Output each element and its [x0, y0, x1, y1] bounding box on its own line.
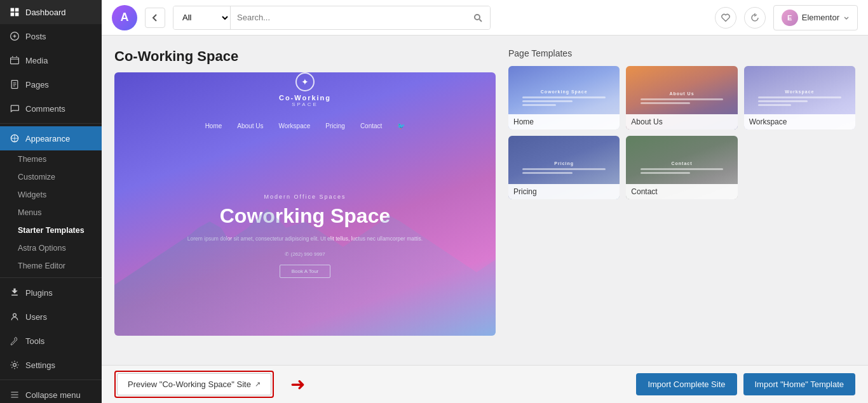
- template-card-contact[interactable]: Contact Contact: [626, 136, 737, 199]
- sidebar-item-theme-editor[interactable]: Theme Editor: [18, 257, 102, 275]
- bottombar: Preview "Co-Working Space" Site ↗ ➜ Impo…: [102, 365, 868, 403]
- sidebar-item-astra-options[interactable]: Astra Options: [18, 239, 102, 257]
- collapse-icon: [9, 389, 20, 400]
- topbar-right: E Elementor: [715, 5, 858, 30]
- appearance-sub-menu: Themes Customize Widgets Menus Starter T…: [0, 150, 102, 275]
- svg-rect-2: [11, 13, 15, 17]
- preview-nav-social: 🐦: [397, 122, 405, 129]
- sidebar-item-comments-label: Comments: [25, 104, 65, 114]
- sidebar-item-collapse[interactable]: Collapse menu: [0, 383, 102, 403]
- bottom-right-buttons: Import Complete Site Import "Home" Templ…: [636, 373, 855, 395]
- sidebar-item-collapse-label: Collapse menu: [25, 390, 81, 400]
- sidebar-item-customize[interactable]: Customize: [18, 168, 102, 186]
- svg-point-15: [13, 314, 17, 317]
- preview-navigation: Home About Us Workspace Pricing Contact …: [114, 111, 496, 136]
- sidebar-item-tools[interactable]: Tools: [0, 329, 102, 353]
- sidebar-item-comments[interactable]: Comments: [0, 96, 102, 121]
- templates-grid: Coworking Space Home: [508, 66, 855, 199]
- sidebar-divider-2: [0, 277, 102, 278]
- comments-icon: [9, 103, 20, 114]
- svg-point-8: [12, 56, 13, 58]
- preview-nav-home: Home: [205, 122, 222, 129]
- search-input[interactable]: [231, 6, 466, 29]
- sidebar-item-pages-label: Pages: [25, 80, 49, 89]
- sidebar-item-plugins-label: Plugins: [25, 288, 53, 298]
- preview-hero-small: Modern Office Spaces: [264, 194, 346, 200]
- elementor-button[interactable]: E Elementor: [773, 5, 858, 30]
- template-card-pricing[interactable]: Pricing Pricing: [508, 136, 620, 199]
- svg-point-16: [13, 364, 17, 367]
- sidebar-item-appearance[interactable]: Appearance: [0, 126, 102, 150]
- preview-nav-pricing: Pricing: [325, 122, 345, 129]
- sidebar-item-starter-templates[interactable]: Starter Templates: [18, 221, 102, 239]
- sidebar-item-dashboard[interactable]: Dashboard: [0, 0, 102, 24]
- content-area: Co-Working Space ✦ Co-Working SPACE Home…: [102, 36, 868, 403]
- preview-site-button[interactable]: Preview "Co-Working Space" Site ↗: [117, 373, 271, 395]
- sidebar-item-appearance-label: Appearance: [25, 134, 70, 143]
- content-inner: Co-Working Space ✦ Co-Working SPACE Home…: [102, 36, 868, 365]
- sidebar-item-plugins[interactable]: Plugins: [0, 281, 102, 305]
- search-button[interactable]: [466, 6, 490, 29]
- back-button[interactable]: [145, 8, 165, 28]
- favorites-button[interactable]: [715, 7, 736, 29]
- users-icon: [9, 311, 20, 322]
- astra-logo: A: [112, 5, 137, 30]
- template-card-about[interactable]: About Us About Us: [626, 66, 737, 129]
- preview-logo-text: Co-Working: [279, 94, 331, 102]
- svg-rect-0: [11, 8, 15, 12]
- pages-icon: [9, 79, 20, 90]
- import-complete-button[interactable]: Import Complete Site: [636, 373, 736, 395]
- preview-nav-contact: Contact: [360, 122, 382, 129]
- category-dropdown[interactable]: All Agency Blog Business eCommerce: [173, 6, 231, 29]
- search-bar: All Agency Blog Business eCommerce: [173, 6, 491, 30]
- tools-icon: [9, 335, 20, 347]
- svg-rect-7: [11, 58, 19, 64]
- svg-point-9: [16, 56, 17, 58]
- import-home-button[interactable]: Import "Home" Template: [743, 373, 856, 395]
- template-card-home-label: Home: [508, 114, 620, 129]
- sidebar-item-themes[interactable]: Themes: [18, 150, 102, 168]
- svg-rect-1: [15, 8, 19, 12]
- sidebar-item-users[interactable]: Users: [0, 305, 102, 329]
- media-icon: [9, 55, 20, 66]
- plugins-icon: [9, 287, 20, 298]
- sidebar-divider-3: [0, 380, 102, 380]
- sidebar-item-posts[interactable]: Posts: [0, 24, 102, 48]
- sidebar-item-dashboard-label: Dashboard: [25, 8, 66, 17]
- template-card-pricing-label: Pricing: [508, 184, 620, 199]
- preview-btn-container: Preview "Co-Working Space" Site ↗: [114, 371, 274, 398]
- sidebar-item-posts-label: Posts: [25, 32, 46, 41]
- sidebar-divider-1: [0, 123, 102, 124]
- page-templates-label: Page Templates: [508, 48, 855, 58]
- left-panel: Co-Working Space ✦ Co-Working SPACE Home…: [114, 48, 496, 352]
- preview-logo-sub: SPACE: [292, 102, 318, 107]
- preview-logo-icon: ✦: [295, 72, 315, 91]
- right-panel: Page Templates Coworking Space: [508, 48, 855, 352]
- template-card-home[interactable]: Coworking Space Home: [508, 66, 620, 129]
- template-card-contact-label: Contact: [626, 184, 737, 199]
- main-area: A All Agency Blog Business eCommerce: [102, 0, 868, 403]
- sidebar: Dashboard Posts Media Pages Comments App…: [0, 0, 102, 403]
- preview-logo: ✦ Co-Working SPACE: [279, 72, 331, 107]
- template-card-workspace[interactable]: Workspace Workspace: [744, 66, 855, 129]
- elementor-avatar: E: [782, 10, 798, 26]
- sidebar-item-pages[interactable]: Pages: [0, 72, 102, 96]
- sidebar-item-menus[interactable]: Menus: [18, 204, 102, 221]
- template-card-about-label: About Us: [626, 114, 737, 129]
- preview-btn-label: Preview "Co-Working Space" Site: [128, 380, 251, 389]
- sidebar-item-users-label: Users: [25, 312, 47, 322]
- preview-nav-workspace: Workspace: [278, 122, 310, 129]
- sidebar-item-settings-label: Settings: [25, 360, 55, 370]
- svg-point-17: [475, 15, 480, 20]
- sidebar-item-widgets[interactable]: Widgets: [18, 186, 102, 204]
- svg-rect-3: [15, 13, 19, 17]
- sidebar-item-media[interactable]: Media: [0, 48, 102, 72]
- arrow-indicator: ➜: [290, 374, 305, 395]
- page-title: Co-Working Space: [114, 48, 496, 65]
- posts-icon: [9, 30, 20, 42]
- refresh-button[interactable]: [744, 7, 766, 29]
- sidebar-item-settings[interactable]: Settings: [0, 353, 102, 377]
- appearance-icon: [9, 133, 20, 144]
- elementor-label: Elementor: [802, 13, 839, 22]
- template-card-workspace-label: Workspace: [744, 114, 855, 129]
